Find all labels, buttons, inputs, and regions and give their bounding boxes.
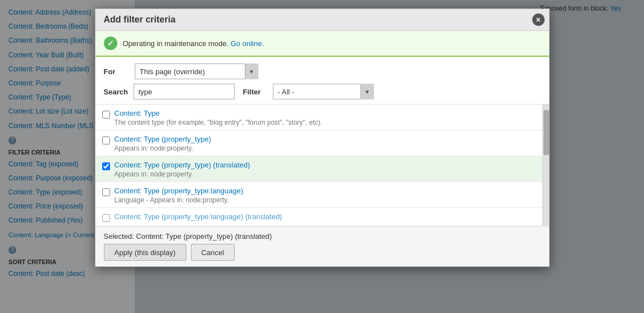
search-input[interactable] [134, 84, 235, 99]
result-checkbox-1[interactable] [102, 111, 110, 119]
result-checkbox-5[interactable] [102, 214, 110, 222]
result-content-1: Content: Type The content type (for exam… [115, 109, 536, 126]
for-row: For This page (override) All displays De… [104, 63, 541, 79]
result-title-1: Content: Type [115, 109, 536, 117]
filter-label: Filter [243, 88, 268, 96]
close-button[interactable]: × [532, 13, 545, 26]
form-area: For This page (override) All displays De… [95, 57, 549, 105]
result-content-5: Content: Type (property_type:language) (… [115, 212, 536, 221]
result-item[interactable]: Content: Type (property_type:language) L… [95, 182, 542, 208]
result-title-5: Content: Type (property_type:language) (… [115, 212, 536, 221]
result-content-3: Content: Type (property_type) (translate… [115, 161, 536, 178]
for-select[interactable]: This page (override) All displays Defaul… [135, 63, 258, 79]
footer-buttons: Apply (this display) Cancel [104, 244, 541, 261]
maintenance-banner: ✓ Operating in maintenance mode. Go onli… [95, 31, 549, 57]
result-desc-1: The content type (for example, "blog ent… [115, 119, 536, 126]
for-select-wrapper: This page (override) All displays Defaul… [135, 63, 258, 79]
results-list: Content: Type The content type (for exam… [95, 105, 542, 226]
filter-select[interactable]: - All - Content Node [273, 84, 374, 99]
result-checkbox-3[interactable] [102, 162, 110, 170]
modal-body: ✓ Operating in maintenance mode. Go onli… [95, 31, 549, 226]
result-title-3: Content: Type (property_type) (translate… [115, 161, 536, 169]
result-item[interactable]: Content: Type (property_type:language) (… [95, 208, 542, 226]
apply-button[interactable]: Apply (this display) [104, 244, 186, 261]
result-desc-2: Appears in: node:property. [115, 144, 536, 152]
result-title-2: Content: Type (property_type) [115, 135, 536, 143]
modal-footer: Selected: Content: Type (property_type) … [95, 226, 549, 266]
selected-text: Selected: Content: Type (property_type) … [104, 232, 541, 241]
result-checkbox-4[interactable] [102, 188, 110, 196]
result-item[interactable]: Content: Type (property_type) Appears in… [95, 130, 542, 156]
go-online-link[interactable]: Go online. [231, 39, 264, 48]
result-item[interactable]: Content: Type The content type (for exam… [95, 105, 542, 130]
results-wrapper: Content: Type The content type (for exam… [95, 105, 549, 226]
modal-header: Add filter criteria × [95, 9, 549, 31]
cancel-button[interactable]: Cancel [191, 244, 235, 261]
for-label: For [104, 67, 129, 76]
result-checkbox-2[interactable] [102, 137, 110, 144]
result-desc-4: Language - Appears in: node:property. [115, 196, 536, 204]
maintenance-text: Operating in maintenance mode. Go online… [123, 39, 264, 48]
scrollbar-track[interactable] [542, 105, 549, 226]
check-icon: ✓ [104, 37, 117, 50]
result-item-checked[interactable]: Content: Type (property_type) (translate… [95, 156, 542, 182]
result-desc-3: Appears in: node:property. [115, 170, 536, 178]
selected-value: Content: Type (property_type) (translate… [136, 232, 272, 241]
search-label: Search [104, 88, 129, 96]
modal-overlay: Add filter criteria × ✓ Operating in mai… [0, 0, 644, 313]
filter-group: Filter - All - Content Node ▼ [243, 84, 374, 99]
search-filter-row: Search Filter - All - Content Node ▼ [104, 84, 541, 99]
result-content-2: Content: Type (property_type) Appears in… [115, 135, 536, 152]
scrollbar-thumb[interactable] [543, 110, 549, 155]
filter-select-wrapper: - All - Content Node ▼ [273, 84, 374, 99]
modal-title: Add filter criteria [104, 15, 176, 25]
result-title-4: Content: Type (property_type:language) [115, 187, 536, 195]
selected-label: Selected: [104, 232, 134, 241]
add-filter-criteria-modal: Add filter criteria × ✓ Operating in mai… [95, 8, 550, 267]
search-group: Search [104, 84, 235, 99]
result-content-4: Content: Type (property_type:language) L… [115, 187, 536, 204]
